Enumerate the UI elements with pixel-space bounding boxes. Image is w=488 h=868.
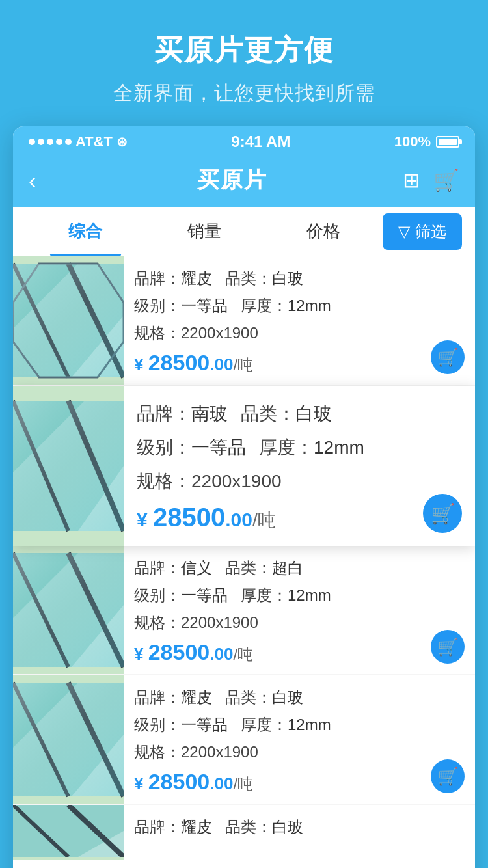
product-info-5: 品牌：耀皮 品类：白玻	[124, 805, 475, 860]
brand-4: 品牌：耀皮	[134, 687, 212, 708]
product-info-2: 品牌：南玻 品类：白玻 级别：一等品 厚度：12mm 规格：2200x1900 …	[124, 386, 475, 546]
category-5: 品类：白玻	[225, 817, 303, 837]
status-time: 9:41 AM	[231, 133, 290, 151]
product-card-3: 品牌：信义 品类：超白 级别：一等品 厚度：12mm 规格：2200x1900 …	[13, 546, 475, 674]
product-card-1: 品牌：耀皮 品类：白玻 级别：一等品 厚度：12mm 规格：2200x1900 …	[13, 256, 475, 385]
wifi-icon: ⊛	[116, 134, 128, 150]
nav-bar: ‹ 买原片 ⊞ 🛒	[13, 156, 475, 207]
product-image-2	[13, 386, 124, 546]
cart-icon[interactable]: 🛒	[433, 168, 459, 193]
status-right: 100%	[394, 133, 459, 150]
product-image-4	[13, 675, 124, 804]
price-1: ¥ 28500.00/吨	[134, 350, 253, 375]
nav-icons: ⊞ 🛒	[403, 168, 459, 193]
nav-forum[interactable]: 论坛	[105, 861, 198, 868]
price-4: ¥ 28500.00/吨	[134, 769, 253, 794]
battery-percent: 100%	[394, 133, 431, 150]
grade-2: 级别：一等品	[137, 435, 246, 460]
category-4: 品类：白玻	[225, 687, 303, 708]
grade-4: 级别：一等品	[134, 714, 228, 735]
category-3: 品类：超白	[225, 558, 303, 578]
tab-sales[interactable]: 销量	[145, 207, 264, 256]
status-bar: AT&T ⊛ 9:41 AM 100%	[13, 126, 475, 156]
category-1: 品类：白玻	[225, 268, 303, 289]
add-cart-button-4[interactable]: 🛒	[431, 759, 465, 793]
brand-3: 品牌：信义	[134, 558, 212, 578]
svg-rect-6	[13, 264, 124, 377]
back-button[interactable]: ‹	[29, 168, 61, 193]
product-list: 品牌：耀皮 品类：白玻 级别：一等品 厚度：12mm 规格：2200x1900 …	[13, 256, 475, 860]
add-cart-button-2[interactable]: 🛒	[423, 494, 462, 533]
filter-button[interactable]: ▽ 筛选	[383, 213, 462, 250]
product-card-2: 品牌：南玻 品类：白玻 级别：一等品 厚度：12mm 规格：2200x1900 …	[13, 386, 475, 546]
brand-2: 品牌：南玻	[137, 401, 228, 426]
product-image-5	[13, 805, 124, 860]
phone-frame: AT&T ⊛ 9:41 AM 100% ‹ 买原片 ⊞ 🛒 综合 销量 价格 ▽…	[13, 126, 475, 868]
product-image-1	[13, 256, 124, 385]
price-row-4: ¥ 28500.00/吨 🛒	[134, 769, 465, 794]
tab-price[interactable]: 价格	[264, 207, 383, 256]
nav-home[interactable]: 首页	[13, 861, 105, 868]
carrier-label: AT&T	[75, 133, 113, 150]
price-row-2: ¥ 28500.00/吨 🛒	[137, 503, 462, 533]
thickness-3: 厚度：12mm	[241, 585, 331, 606]
filter-label: 筛选	[415, 221, 446, 242]
price-3: ¥ 28500.00/吨	[134, 640, 253, 665]
spec-1: 规格：2200x1900	[134, 323, 465, 344]
brand-1: 品牌：耀皮	[134, 268, 212, 289]
nav-repair[interactable]: 维修	[198, 861, 290, 868]
add-cart-button-3[interactable]: 🛒	[431, 630, 465, 664]
bottom-nav: 首页 论坛 维修	[13, 861, 475, 868]
category-2: 品类：白玻	[241, 401, 332, 426]
svg-rect-18	[13, 553, 124, 667]
svg-rect-24	[13, 683, 124, 796]
hero-title: 买原片更方便	[26, 31, 462, 70]
spec-4: 规格：2200x1900	[134, 742, 465, 763]
thickness-2: 厚度：12mm	[259, 435, 364, 460]
calculator-icon[interactable]: ⊞	[403, 168, 420, 193]
product-image-3	[13, 546, 124, 674]
brand-5: 品牌：耀皮	[134, 817, 212, 837]
filter-icon: ▽	[398, 223, 410, 241]
thickness-4: 厚度：12mm	[241, 714, 331, 735]
page-title: 买原片	[197, 165, 267, 195]
thickness-1: 厚度：12mm	[241, 295, 331, 316]
battery-icon	[436, 136, 459, 148]
product-info-4: 品牌：耀皮 品类：白玻 级别：一等品 厚度：12mm 规格：2200x1900 …	[124, 675, 475, 804]
status-left: AT&T ⊛	[29, 133, 128, 150]
product-info-3: 品牌：信义 品类：超白 级别：一等品 厚度：12mm 规格：2200x1900 …	[124, 546, 475, 674]
nav-profile[interactable]: 我的	[383, 861, 475, 868]
price-row-1: ¥ 28500.00/吨 🛒	[134, 350, 465, 375]
hero-section: 买原片更方便 全新界面，让您更快找到所需	[0, 0, 488, 126]
spec-2: 规格：2200x1900	[137, 469, 462, 494]
price-2: ¥ 28500.00/吨	[137, 503, 276, 533]
spec-3: 规格：2200x1900	[134, 612, 465, 633]
hero-subtitle: 全新界面，让您更快找到所需	[26, 80, 462, 107]
product-card-5: 品牌：耀皮 品类：白玻	[13, 805, 475, 860]
grade-3: 级别：一等品	[134, 585, 228, 606]
product-info-1: 品牌：耀皮 品类：白玻 级别：一等品 厚度：12mm 规格：2200x1900 …	[124, 256, 475, 385]
product-card-4: 品牌：耀皮 品类：白玻 级别：一等品 厚度：12mm 规格：2200x1900 …	[13, 675, 475, 804]
tab-comprehensive[interactable]: 综合	[26, 207, 145, 256]
nav-orders[interactable]: 订单	[290, 861, 383, 868]
grade-1: 级别：一等品	[134, 295, 228, 316]
svg-rect-12	[13, 401, 124, 531]
price-row-3: ¥ 28500.00/吨 🛒	[134, 640, 465, 665]
add-cart-button-1[interactable]: 🛒	[431, 340, 465, 374]
filter-bar: 综合 销量 价格 ▽ 筛选	[13, 207, 475, 256]
signal-dots	[29, 139, 72, 145]
